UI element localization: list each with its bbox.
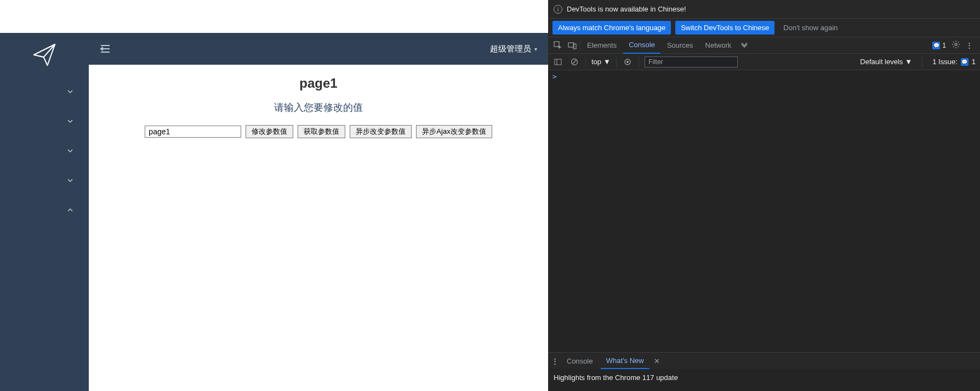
drawer-body: Highlights from the Chrome 117 update (548, 369, 980, 391)
sidebar-items (0, 77, 89, 391)
tab-sources[interactable]: Sources (662, 37, 699, 54)
inspect-element-icon[interactable] (551, 41, 565, 50)
console-prompt: > (552, 72, 557, 81)
console-toolbar: top ▼ Default levels ▼ 1 Issue: 💬 1 (548, 54, 980, 70)
tab-elements[interactable]: Elements (582, 37, 622, 54)
issue-icon: 💬 (961, 58, 968, 66)
chevron-down-icon (67, 148, 73, 154)
filter-input[interactable] (645, 56, 738, 67)
sidebar (0, 33, 89, 391)
console-output[interactable]: > (548, 70, 980, 352)
tabs-right-controls: 💬 1 ⋮ (932, 40, 977, 50)
sidebar-item-3[interactable] (0, 136, 89, 166)
value-input[interactable] (145, 126, 241, 138)
live-expression-icon[interactable] (622, 56, 633, 67)
sidebar-item-5[interactable] (0, 195, 89, 225)
drawer-tab-console[interactable]: Console (561, 353, 599, 369)
always-match-language-button[interactable]: Always match Chrome's language (552, 21, 671, 35)
devtools-tabs: Elements Console Sources Network 💬 1 ⋮ (548, 37, 980, 54)
app-window: 超级管理员 ▾ page1 请输入您要修改的值 修改参数值 获取参数值 异步改变… (0, 0, 548, 391)
separator (580, 41, 580, 50)
chevron-down-icon (67, 88, 73, 95)
sidebar-item-1[interactable] (0, 77, 89, 106)
prompt-text: 请输入您要修改的值 (89, 101, 548, 114)
messages-badge[interactable]: 💬 1 (932, 42, 946, 49)
issues-label: 1 Issue: (932, 58, 958, 66)
tab-network[interactable]: Network (700, 37, 737, 54)
device-toolbar-icon[interactable] (566, 41, 579, 50)
info-banner-text: DevTools is now available in Chinese! (567, 5, 686, 13)
logo (0, 33, 89, 77)
more-tabs-icon[interactable] (738, 42, 751, 49)
chevron-up-icon (67, 207, 73, 213)
page-title: page1 (89, 76, 548, 91)
drawer-tab-close-icon[interactable]: ✕ (652, 357, 662, 365)
clear-console-icon[interactable] (569, 56, 580, 67)
separator (922, 57, 922, 67)
async-change-button[interactable]: 异步改变参数值 (350, 125, 412, 138)
devtools-language-banner: Always match Chrome's language Switch De… (548, 19, 980, 37)
page-content: page1 请输入您要修改的值 修改参数值 获取参数值 异步改变参数值 异步Aj… (89, 65, 548, 391)
sidebar-item-4[interactable] (0, 166, 89, 195)
separator (639, 57, 639, 67)
context-label: top (591, 58, 601, 66)
more-menu-icon[interactable]: ⋮ (966, 41, 973, 49)
app-body: 超级管理员 ▾ page1 请输入您要修改的值 修改参数值 获取参数值 异步改变… (0, 33, 548, 391)
user-dropdown[interactable]: 超级管理员 ▾ (490, 44, 537, 54)
svg-point-9 (626, 61, 629, 63)
paper-plane-icon (32, 43, 56, 67)
drawer-tab-whatsnew[interactable]: What's New (601, 353, 649, 369)
chevron-down-icon (67, 118, 73, 124)
get-param-button[interactable]: 获取参数值 (298, 125, 345, 138)
separator (616, 57, 617, 67)
svg-line-7 (572, 60, 577, 64)
svg-rect-4 (555, 59, 561, 65)
dont-show-again-button[interactable]: Don't show again (779, 21, 842, 35)
whatsnew-headline: Highlights from the Chrome 117 update (554, 373, 678, 382)
controls-row: 修改参数值 获取参数值 异步改变参数值 异步Ajax改变参数值 (89, 125, 548, 138)
sidebar-item-2[interactable] (0, 106, 89, 136)
collapse-icon (99, 43, 111, 55)
drawer-tabs: ⋮ Console What's New ✕ (548, 353, 980, 369)
switch-to-chinese-button[interactable]: Switch DevTools to Chinese (675, 21, 774, 35)
info-icon: i (554, 5, 562, 14)
drawer-more-icon[interactable]: ⋮ (551, 357, 559, 365)
sidebar-collapse-button[interactable] (98, 41, 113, 56)
svg-point-3 (955, 43, 957, 46)
issues-indicator[interactable]: 1 Issue: 💬 1 (932, 58, 976, 66)
messages-count: 1 (942, 42, 946, 49)
message-icon: 💬 (932, 42, 940, 49)
tab-console[interactable]: Console (623, 37, 660, 54)
levels-label: Default levels (860, 58, 903, 66)
devtools-info-banner: i DevTools is now available in Chinese! (548, 0, 980, 19)
async-ajax-change-button[interactable]: 异步Ajax改变参数值 (416, 125, 492, 138)
topbar: 超级管理员 ▾ (89, 33, 548, 65)
main-column: 超级管理员 ▾ page1 请输入您要修改的值 修改参数值 获取参数值 异步改变… (89, 33, 548, 391)
settings-icon[interactable] (951, 40, 960, 50)
separator (585, 57, 586, 67)
execution-context-select[interactable]: top ▼ (591, 58, 611, 66)
chevron-down-icon (67, 177, 73, 184)
devtools-panel: i DevTools is now available in Chinese! … (548, 0, 980, 391)
chevron-down-icon: ▾ (534, 46, 537, 52)
dropdown-arrow-icon: ▼ (905, 58, 912, 66)
browser-chrome-gap (0, 0, 548, 33)
dropdown-arrow-icon: ▼ (603, 58, 611, 66)
toggle-sidebar-icon[interactable] (552, 56, 563, 67)
log-levels-select[interactable]: Default levels ▼ (860, 58, 912, 66)
devtools-drawer: ⋮ Console What's New ✕ Highlights from t… (548, 352, 980, 391)
modify-param-button[interactable]: 修改参数值 (246, 125, 293, 138)
issues-count: 1 (972, 58, 976, 66)
user-label: 超级管理员 (490, 44, 531, 54)
